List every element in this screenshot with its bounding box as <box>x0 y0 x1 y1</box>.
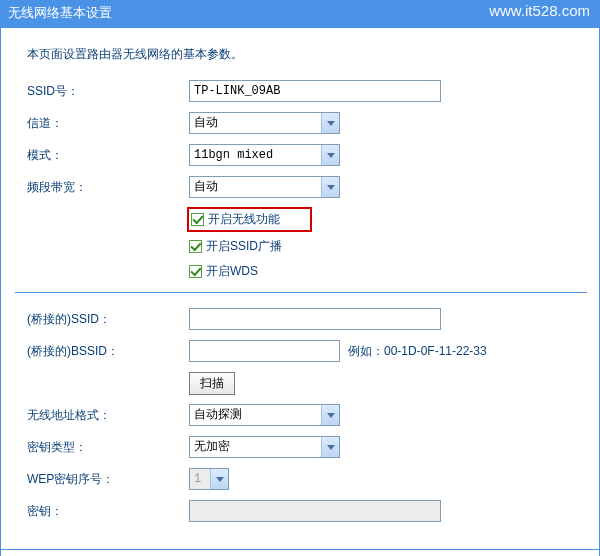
enable-wireless-row: 开启无线功能 <box>187 207 312 232</box>
channel-select[interactable]: 自动 <box>189 112 340 134</box>
footer-bar: 保 存 帮 助 <box>0 550 600 556</box>
bandwidth-value: 自动 <box>190 177 339 197</box>
bssid-example-hint: 例如：00-1D-0F-11-22-33 <box>348 343 487 360</box>
key-type-value: 无加密 <box>190 437 339 457</box>
watermark: www.it528.com <box>489 2 590 19</box>
ssid-input[interactable] <box>189 80 441 102</box>
label-bandwidth: 频段带宽： <box>27 179 189 196</box>
key-input <box>189 500 441 522</box>
mode-select[interactable]: 11bgn mixed <box>189 144 340 166</box>
enable-wds-checkbox[interactable] <box>189 265 202 278</box>
bridge-ssid-input[interactable] <box>189 308 441 330</box>
panel-title: 无线网络基本设置 <box>8 5 112 20</box>
enable-ssid-bcast-label: 开启SSID广播 <box>206 238 282 255</box>
enable-ssid-bcast-row: 开启SSID广播 <box>189 238 587 255</box>
addr-fmt-select[interactable]: 自动探测 <box>189 404 340 426</box>
label-wep-idx: WEP密钥序号： <box>27 471 189 488</box>
panel-header: 无线网络基本设置 www.it528.com <box>0 0 600 28</box>
bridge-bssid-input[interactable] <box>189 340 340 362</box>
wep-index-select: 1 <box>189 468 229 490</box>
enable-wds-row: 开启WDS <box>189 263 587 280</box>
bandwidth-select[interactable]: 自动 <box>189 176 340 198</box>
enable-wds-label: 开启WDS <box>206 263 258 280</box>
separator <box>15 292 587 293</box>
label-addr-fmt: 无线地址格式： <box>27 407 189 424</box>
intro-text: 本页面设置路由器无线网络的基本参数。 <box>27 46 587 63</box>
label-ssid: SSID号： <box>27 83 189 100</box>
chevron-down-icon <box>321 113 339 133</box>
label-mode: 模式： <box>27 147 189 164</box>
enable-wireless-checkbox[interactable] <box>191 213 204 226</box>
chevron-down-icon <box>321 177 339 197</box>
label-key: 密钥： <box>27 503 189 520</box>
channel-value: 自动 <box>190 113 339 133</box>
chevron-down-icon <box>321 405 339 425</box>
label-bridge-bssid: (桥接的)BSSID： <box>27 343 189 360</box>
mode-value: 11bgn mixed <box>190 145 339 165</box>
scan-button[interactable]: 扫描 <box>189 372 235 395</box>
addr-fmt-value: 自动探测 <box>190 405 339 425</box>
label-key-type: 密钥类型： <box>27 439 189 456</box>
key-type-select[interactable]: 无加密 <box>189 436 340 458</box>
chevron-down-icon <box>321 145 339 165</box>
chevron-down-icon <box>321 437 339 457</box>
panel-body: 本页面设置路由器无线网络的基本参数。 SSID号： 信道： 自动 模式： 11b… <box>0 28 600 550</box>
enable-wireless-label: 开启无线功能 <box>208 211 280 228</box>
enable-ssid-bcast-checkbox[interactable] <box>189 240 202 253</box>
label-channel: 信道： <box>27 115 189 132</box>
chevron-down-icon <box>210 469 228 489</box>
label-bridge-ssid: (桥接的)SSID： <box>27 311 189 328</box>
